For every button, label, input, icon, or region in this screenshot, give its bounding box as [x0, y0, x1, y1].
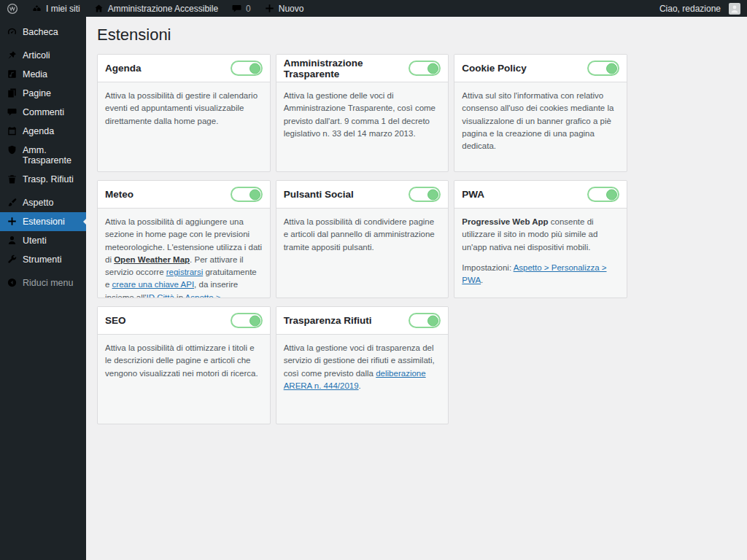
sidebar-item-label: Aspetto	[23, 198, 53, 208]
description-link[interactable]: Open Weather Map	[114, 255, 190, 264]
extension-card-agenda: Agenda Attiva la possibilità di gestire …	[97, 54, 271, 172]
sidebar-item-agenda[interactable]: Agenda	[0, 122, 86, 141]
extension-toggle[interactable]	[409, 313, 441, 328]
description-link[interactable]: registrarsi	[166, 268, 203, 276]
admin-sidebar: Bacheca Articoli Media Pagine Commenti A…	[0, 17, 86, 560]
toggle-knob	[606, 189, 617, 200]
extension-toggle[interactable]	[231, 61, 263, 76]
media-icon	[7, 69, 18, 79]
extension-description: Attiva la possibilità di gestire il cale…	[105, 90, 263, 128]
sidebar-item-trasp-rifiuti[interactable]: Trasp. Rifiuti	[0, 170, 86, 189]
extension-toggle[interactable]	[409, 61, 441, 76]
sidebar-item-label: Commenti	[23, 107, 64, 117]
extension-description: Attiva la gestione voci di trasparenza d…	[284, 342, 441, 392]
extension-card-body: Attiva la possibilità di condividere pag…	[276, 209, 449, 269]
extension-title: Cookie Policy	[462, 63, 527, 74]
site-name-label: Amministrazione Accessibile	[108, 4, 218, 14]
sidebar-item-commenti[interactable]: Commenti	[0, 103, 86, 122]
extension-card-header: Trasparenza Rifiuti	[276, 307, 449, 335]
sidebar-item-strumenti[interactable]: Strumenti	[0, 250, 86, 269]
brush-icon	[7, 197, 18, 208]
sidebar-item-riduci-menu[interactable]: Riduci menu	[0, 273, 86, 292]
extension-card-header: Agenda	[98, 55, 270, 82]
wrench-icon	[7, 254, 18, 265]
avatar	[729, 3, 740, 15]
toggle-knob	[427, 315, 438, 326]
extension-card-amministrazione-trasparente: Amministrazione Trasparente Attiva la ge…	[276, 54, 449, 172]
main-content: Estensioni Agenda Attiva la possibilità …	[86, 17, 747, 560]
description-text: Attiva sul sito l'informativa con relati…	[462, 91, 614, 150]
plus-icon	[264, 3, 275, 14]
wordpress-logo-icon	[7, 3, 18, 15]
toggle-knob	[427, 63, 438, 74]
extension-card-trasparenza-rifiuti: Trasparenza Rifiuti Attiva la gestione v…	[276, 306, 449, 424]
extension-card-pulsanti-social: Pulsanti Social Attiva la possibilità di…	[276, 180, 449, 298]
toggle-knob	[249, 189, 260, 200]
extension-toggle[interactable]	[231, 313, 263, 328]
description-link[interactable]: creare una chiave API	[112, 280, 195, 289]
toggle-knob	[606, 63, 617, 74]
sidebar-item-aspetto[interactable]: Aspetto	[0, 193, 86, 212]
extension-card-body: Attiva la gestione delle voci di Amminis…	[276, 82, 449, 155]
extension-card-body: Attiva la possibilità di gestire il cale…	[98, 82, 270, 143]
shield-icon	[7, 144, 18, 155]
sidebar-item-label: Media	[23, 69, 47, 79]
sidebar-item-articoli[interactable]: Articoli	[0, 46, 86, 65]
site-name-menu[interactable]: Amministrazione Accessibile	[87, 0, 225, 17]
sidebar-item-label: Bacheca	[23, 27, 58, 37]
extension-description: Progressive Web App consente di utilizza…	[462, 216, 619, 254]
description-link[interactable]: ID Città	[147, 293, 174, 299]
wordpress-logo-button[interactable]	[0, 0, 25, 17]
extension-card-body: Attiva sul sito l'informativa con relati…	[454, 82, 627, 168]
comments-count: 0	[246, 4, 251, 14]
greeting-label: Ciao, redazione	[659, 4, 721, 14]
extension-card-meteo: Meteo Attiva la possibilità di aggiunger…	[97, 180, 271, 298]
extension-card-body: Attiva la possibilità di aggiungere una …	[98, 209, 270, 298]
extension-card-pwa: PWA Progressive Web App consente di util…	[454, 180, 627, 298]
extension-card-body: Attiva la possibilità di ottimizzare i t…	[98, 335, 270, 395]
pin-icon	[7, 50, 18, 61]
extension-description: Attiva la possibilità di aggiungere una …	[105, 216, 263, 298]
description-text: Impostazioni:	[462, 263, 513, 272]
page-title: Estensioni	[97, 26, 732, 44]
sidebar-item-utenti[interactable]: Utenti	[0, 231, 86, 250]
extension-description: Attiva la possibilità di condividere pag…	[284, 216, 441, 254]
toggle-knob	[249, 315, 260, 326]
sidebar-item-pagine[interactable]: Pagine	[0, 84, 86, 103]
comments-menu[interactable]: 0	[225, 0, 258, 17]
sidebar-item-bacheca[interactable]: Bacheca	[0, 23, 86, 42]
extension-card-cookie-policy: Cookie Policy Attiva sul sito l'informat…	[454, 54, 627, 172]
description-text: in	[174, 293, 185, 299]
sidebar-item-media[interactable]: Media	[0, 65, 86, 84]
description-text: Attiva la possibilità di ottimizzare i t…	[105, 343, 258, 378]
extension-card-header: Amministrazione Trasparente	[276, 55, 449, 82]
extension-toggle[interactable]	[587, 61, 619, 76]
description-text: Attiva la possibilità di condividere pag…	[284, 217, 435, 252]
sidebar-item-label: Pagine	[23, 88, 51, 98]
extension-toggle[interactable]	[587, 187, 619, 202]
description-text: Progressive Web App	[462, 217, 548, 226]
sidebar-item-label: Trasp. Rifiuti	[23, 174, 74, 184]
user-icon	[7, 235, 18, 246]
extension-description: Impostazioni: Aspetto > Personalizza > P…	[462, 262, 619, 287]
extension-title: Trasparenza Rifiuti	[284, 315, 372, 326]
my-sites-icon	[31, 3, 42, 14]
extension-title: SEO	[105, 315, 126, 326]
extension-card-body: Attiva la gestione voci di trasparenza d…	[276, 335, 449, 408]
description-text: Attiva la gestione delle voci di Amminis…	[284, 91, 436, 138]
new-content-menu[interactable]: Nuovo	[258, 0, 311, 17]
sidebar-item-amm-trasparente[interactable]: Amm. Trasparente	[0, 141, 86, 170]
extension-card-body: Progressive Web App consente di utilizza…	[454, 209, 627, 298]
sidebar-item-estensioni[interactable]: Estensioni	[0, 212, 86, 231]
description-text: .	[481, 276, 483, 284]
plus-icon	[7, 216, 18, 227]
sidebar-menu: Bacheca Articoli Media Pagine Commenti A…	[0, 23, 86, 292]
my-account-menu[interactable]: Ciao, redazione	[653, 0, 747, 17]
extension-toggle[interactable]	[231, 187, 263, 202]
extension-toggle[interactable]	[409, 187, 441, 202]
my-sites-menu[interactable]: I miei siti	[25, 0, 87, 17]
my-sites-label: I miei siti	[46, 4, 80, 14]
home-icon	[93, 3, 104, 14]
extension-card-header: PWA	[454, 181, 627, 209]
pages-icon	[7, 88, 18, 98]
